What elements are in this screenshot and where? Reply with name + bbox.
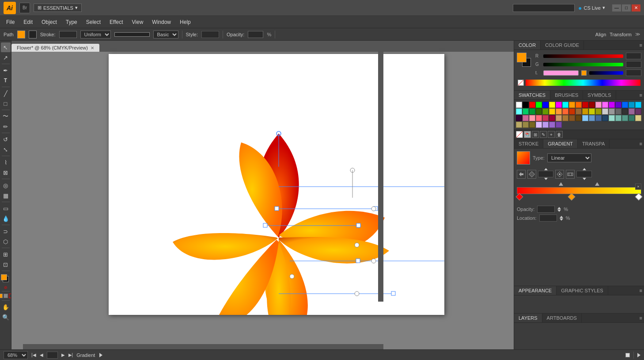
aspect-ratio-icon[interactable]: [566, 170, 575, 179]
swatch-cell[interactable]: [562, 102, 568, 108]
maximize-button[interactable]: □: [622, 4, 631, 11]
swatch-cell[interactable]: [556, 102, 562, 108]
type-tool-btn[interactable]: T: [1, 76, 11, 85]
menu-item-window[interactable]: Window: [148, 17, 175, 27]
aspect-down-icon[interactable]: [583, 178, 586, 180]
swatch-cell[interactable]: [556, 122, 562, 128]
swatch-cell[interactable]: [542, 102, 549, 108]
swatch-cell[interactable]: [516, 108, 522, 115]
status-arrow-icon[interactable]: [637, 353, 640, 357]
swatch-cell[interactable]: [595, 115, 602, 121]
reverse-gradient-icon[interactable]: [517, 170, 526, 179]
freexform-tool-btn[interactable]: ⊠: [1, 168, 11, 177]
swatch-cell[interactable]: [589, 102, 595, 108]
appearance-menu-icon[interactable]: ≡: [638, 286, 644, 295]
panel-options-icon[interactable]: ≫: [635, 31, 640, 37]
view-mode-color[interactable]: [0, 294, 3, 298]
fill-color-swatch[interactable]: [17, 31, 25, 38]
align-label[interactable]: Align: [595, 32, 606, 37]
swatch-cell[interactable]: [529, 115, 535, 121]
swatch-cell[interactable]: [556, 115, 562, 121]
none-color-icon[interactable]: ⊘: [4, 285, 8, 290]
view-mode-grey[interactable]: [4, 294, 8, 298]
gradient-type-select[interactable]: Linear: [547, 153, 591, 162]
swatch-cell[interactable]: [529, 122, 535, 128]
prev-page-btn[interactable]: ◀: [40, 352, 43, 357]
artboards-tab[interactable]: ARTBOARDS: [542, 314, 582, 322]
swatch-cell[interactable]: [629, 108, 635, 115]
opacity-field-input[interactable]: [537, 206, 555, 213]
pencil-tool-btn[interactable]: ✏: [1, 122, 11, 131]
swatch-cell[interactable]: [529, 102, 535, 108]
zoom-select[interactable]: 68%: [4, 351, 28, 359]
menu-item-type[interactable]: Type: [61, 17, 82, 27]
page-number-input[interactable]: 1: [47, 352, 58, 359]
swatch-cell[interactable]: [523, 122, 529, 128]
aspect-up-icon[interactable]: [583, 168, 586, 170]
vertical-scrollbar[interactable]: [378, 52, 383, 302]
swatch-cell[interactable]: [569, 108, 575, 115]
swatch-cell[interactable]: [589, 115, 595, 121]
symbols-tab[interactable]: SYMBOLS: [583, 91, 616, 100]
g-value-input[interactable]: [626, 61, 641, 68]
next-page-btn[interactable]: ▶: [61, 352, 65, 357]
blend-tool-btn[interactable]: ⊃: [1, 226, 11, 236]
menu-item-help[interactable]: Help: [175, 17, 195, 27]
swatch-cell[interactable]: [562, 108, 568, 115]
eyedropper-tool-btn[interactable]: 💧: [1, 214, 11, 223]
swatch-cell[interactable]: [542, 108, 549, 115]
swatch-cell[interactable]: [635, 108, 641, 115]
warp-tool-btn[interactable]: ⌇: [1, 157, 11, 167]
location-inc-icon[interactable]: [560, 216, 563, 218]
swatch-cell[interactable]: [582, 108, 588, 115]
swatch-cell[interactable]: [635, 115, 641, 121]
gradient-midpoint-diamond2[interactable]: [595, 182, 599, 186]
color-panel-menu-icon[interactable]: ≡: [638, 41, 644, 50]
delete-gradient-stop-icon[interactable]: ×: [635, 184, 641, 190]
menu-item-file[interactable]: File: [2, 17, 19, 27]
swatch-cell[interactable]: [602, 115, 608, 121]
spectrum-bar[interactable]: [526, 80, 640, 86]
swatch-cell[interactable]: [516, 122, 522, 128]
workspace-layout-btn[interactable]: ⊞ ESSENTIALS ▾: [34, 4, 82, 12]
g-slider[interactable]: [543, 63, 623, 66]
gradient-color-bar[interactable]: [517, 187, 641, 194]
new-swatch-none[interactable]: [516, 131, 523, 138]
line-tool-btn[interactable]: ╱: [1, 88, 11, 98]
show-swatch-kinds-icon[interactable]: ⊞: [532, 131, 539, 138]
br-logo[interactable]: Br: [19, 3, 30, 13]
swatch-cell[interactable]: [576, 115, 582, 121]
transparency-tab[interactable]: TRANSPA: [578, 139, 610, 148]
swatch-cell[interactable]: [549, 102, 555, 108]
swatch-cell[interactable]: [562, 115, 568, 121]
brushes-tab[interactable]: BRUSHES: [550, 91, 583, 100]
stroke-tab[interactable]: STROKE: [514, 139, 543, 148]
artboard-tool-btn[interactable]: ▭: [1, 203, 11, 213]
search-input[interactable]: [513, 4, 575, 12]
swatch-cell[interactable]: [629, 115, 635, 121]
focal-point-icon[interactable]: [555, 170, 564, 179]
aspect-input[interactable]: [576, 171, 592, 177]
stroke-style-select[interactable]: Basic: [153, 31, 178, 38]
swatch-cell[interactable]: [536, 108, 542, 115]
swatch-cell[interactable]: [549, 115, 555, 121]
first-page-btn[interactable]: |◀: [31, 352, 36, 357]
swatch-cell[interactable]: [595, 102, 602, 108]
swatch-cell[interactable]: [556, 108, 562, 115]
swatch-cell[interactable]: [576, 108, 582, 115]
angle-down-icon[interactable]: [544, 178, 548, 180]
swatch-cell[interactable]: [629, 102, 635, 108]
b-slider[interactable]: [589, 71, 624, 75]
fg-bg-color[interactable]: [1, 274, 11, 284]
gradient-menu-icon[interactable]: ≡: [638, 139, 644, 148]
horizontal-scrollbar[interactable]: [23, 344, 383, 349]
color-tab[interactable]: COLOR: [514, 41, 541, 50]
rectangle-tool-btn[interactable]: □: [1, 99, 11, 108]
swatch-cell[interactable]: [523, 115, 529, 121]
swatch-cell[interactable]: [589, 108, 595, 115]
swatch-cell[interactable]: [516, 115, 522, 121]
b-value-input[interactable]: [626, 69, 641, 76]
fg-color-display[interactable]: [517, 53, 527, 62]
livepaint-tool-btn[interactable]: ⬡: [1, 237, 11, 246]
gradient-stop-left[interactable]: [516, 193, 523, 201]
